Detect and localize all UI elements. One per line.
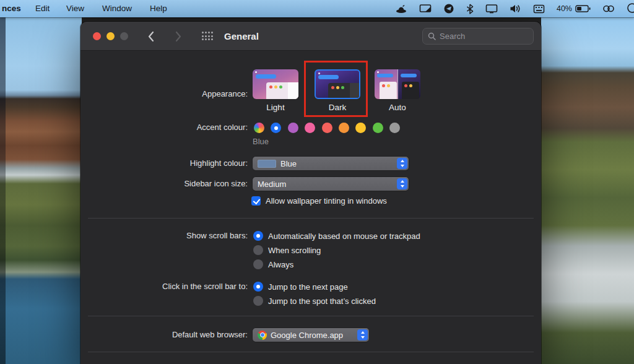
radio-scrollbars-when-scrolling[interactable] — [253, 245, 263, 255]
appearance-label: Appearance: — [80, 88, 248, 100]
link-icon[interactable] — [602, 4, 615, 13]
chevron-updown-icon — [397, 178, 407, 189]
separator — [88, 316, 534, 316]
menu-bar: nces Edit View Window Help — [0, 0, 634, 17]
radio-jump-to-spot[interactable] — [253, 296, 263, 306]
radio-jump-next-page[interactable] — [253, 282, 263, 292]
chrome-icon — [258, 331, 267, 340]
accent-dot-red[interactable] — [322, 123, 332, 133]
menu-window[interactable]: Window — [102, 0, 132, 17]
app-menu-partial[interactable]: nces — [2, 0, 21, 17]
screen-edge-shade — [0, 17, 6, 364]
radio-scrollbars-auto-label: Automatically based on mouse or trackpad — [268, 231, 420, 241]
highlight-swatch — [258, 160, 276, 168]
back-button[interactable] — [145, 30, 158, 43]
hat-icon[interactable] — [395, 4, 407, 14]
appearance-caption-light: Light — [253, 103, 298, 112]
status-icons: 40% — [395, 0, 634, 17]
thumb-menubar — [256, 74, 276, 79]
thumb-mini-window — [266, 82, 298, 99]
accent-dot-pink[interactable] — [305, 123, 315, 133]
separator — [88, 352, 534, 352]
search-field[interactable] — [422, 28, 534, 45]
mini-close-dot — [269, 85, 272, 89]
keyboard-viewer-icon[interactable] — [533, 4, 545, 14]
appearance-option-light[interactable] — [253, 69, 298, 99]
default-browser-dropdown[interactable]: Google Chrome.app — [253, 328, 369, 342]
telegram-icon[interactable] — [443, 3, 454, 14]
highlight-value: Blue — [280, 159, 297, 168]
menu-help[interactable]: Help — [150, 0, 167, 17]
window-titlebar: General — [80, 22, 541, 51]
appearance-caption-auto: Auto — [375, 103, 420, 112]
sidebar-size-dropdown[interactable]: Medium — [253, 177, 409, 191]
search-icon — [428, 32, 436, 40]
sidecar-icon[interactable] — [419, 4, 432, 14]
radio-scrollbars-when-scrolling-label: When scrolling — [268, 245, 321, 256]
battery-icon — [575, 5, 591, 12]
radio-scrollbars-always-label: Always — [268, 259, 293, 270]
zoom-button[interactable] — [120, 32, 128, 40]
wallpaper-tinting-label: Allow wallpaper tinting in windows — [266, 196, 387, 206]
chevron-updown-icon — [357, 329, 368, 340]
accent-dot-yellow[interactable] — [355, 123, 366, 133]
sidebar-size-label: Sidebar icon size: — [80, 178, 248, 190]
click-scroll-bar-label: Click in the scroll bar to: — [80, 280, 248, 293]
volume-icon[interactable] — [510, 4, 521, 14]
appearance-option-auto[interactable] — [375, 69, 420, 99]
page-title: General — [224, 22, 259, 51]
highlight-colour-dropdown[interactable]: Blue — [253, 157, 409, 170]
partial-icon[interactable] — [627, 2, 634, 15]
close-button[interactable] — [93, 32, 101, 40]
mini-zoom-dot — [279, 85, 282, 89]
default-browser-value: Google Chrome.app — [271, 331, 343, 340]
search-input[interactable] — [440, 32, 520, 41]
accent-dot-graphite[interactable] — [389, 123, 400, 133]
radio-scrollbars-auto[interactable] — [253, 231, 263, 241]
menu-edit[interactable]: Edit — [35, 0, 50, 17]
battery-percent: 40% — [557, 4, 572, 13]
system-preferences-window: General Appearance: — [80, 22, 541, 364]
radio-scrollbars-always[interactable] — [253, 259, 263, 269]
auto-dark-half — [397, 69, 420, 99]
annotation-red-box — [304, 61, 368, 117]
accent-selected-name: Blue — [253, 137, 269, 146]
accent-dot-purple[interactable] — [288, 123, 298, 133]
separator — [88, 218, 534, 219]
desktop-screen: nces Edit View Window Help — [0, 0, 634, 364]
accent-dot-orange[interactable] — [339, 123, 349, 133]
wallpaper-tinting-checkbox[interactable] — [251, 196, 261, 206]
wallpaper-right — [541, 17, 634, 364]
menu-view[interactable]: View — [66, 0, 84, 17]
accent-colour-label: Accent colour: — [80, 121, 248, 134]
accent-dot-blue[interactable] — [271, 123, 281, 133]
minimize-button[interactable] — [106, 32, 115, 40]
show-scroll-bars-label: Show scroll bars: — [80, 230, 248, 242]
radio-jump-next-page-label: Jump to the next page — [268, 282, 348, 292]
display-icon[interactable] — [485, 4, 498, 14]
radio-jump-to-spot-label: Jump to the spot that’s clicked — [268, 296, 376, 306]
chevron-updown-icon — [397, 158, 407, 169]
show-all-grid-icon[interactable] — [202, 32, 213, 41]
bluetooth-icon[interactable] — [466, 4, 474, 14]
auto-light-half — [375, 69, 397, 99]
mini-minimize-dot — [274, 85, 277, 89]
wallpaper-left — [0, 17, 82, 364]
default-browser-label: Default web browser: — [80, 329, 248, 341]
accent-dot-multicolour[interactable] — [254, 123, 264, 133]
battery-status[interactable]: 40% — [557, 4, 591, 13]
sidebar-size-value: Medium — [258, 180, 286, 189]
highlight-colour-label: Highlight colour: — [80, 157, 248, 170]
forward-button[interactable] — [171, 30, 185, 43]
accent-dot-green[interactable] — [373, 123, 383, 133]
